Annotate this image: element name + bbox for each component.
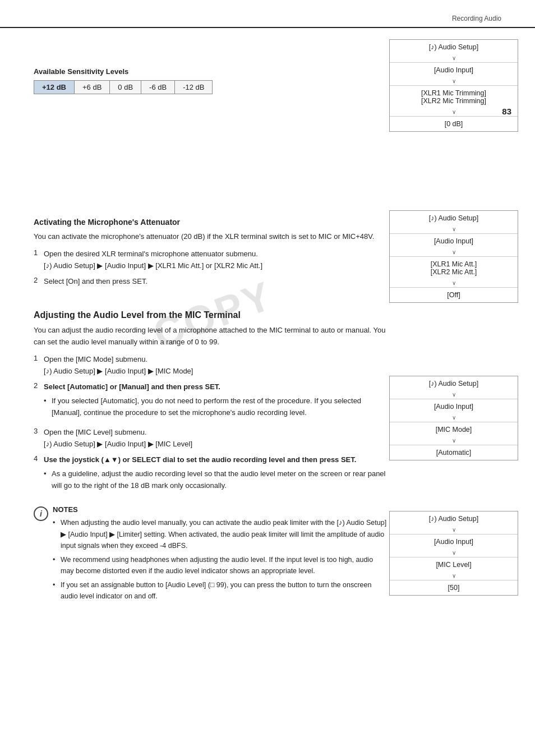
menu-row-3-3: [MIC Mode]	[390, 422, 518, 437]
attenuator-section: Activating the Microphone's Attenuator Y…	[34, 218, 393, 288]
menu-arrow-2-1: ∨	[390, 225, 518, 233]
menu-group-1: [♪) Audio Setup] ∨ [Audio Input] ∨ [XLR1…	[389, 39, 518, 132]
sensitivity-col-3: -6 dB	[141, 81, 175, 94]
note-bullet-1: •	[53, 517, 61, 528]
menu-row-4-2: [Audio Input]	[390, 534, 518, 549]
mic-heading: Adjusting the Audio Level from the MIC T…	[34, 310, 393, 320]
step-num-1: 1	[34, 248, 44, 257]
step-num-2: 2	[34, 276, 44, 284]
attenuator-step-2: 2 Select [On] and then press SET.	[34, 276, 393, 288]
note-text-3: If you set an assignable button to [Audi…	[61, 579, 387, 602]
step-1-submenu: [♪) Audio Setup] ▶ [Audio Input] ▶ [XLR1…	[44, 261, 262, 270]
notes-icon: i	[34, 506, 48, 521]
mic-step-num-3: 3	[34, 427, 44, 435]
page-title: Recording Audio	[452, 15, 501, 22]
mic-step-4-bullet: • As a guideline, adjust the audio recor…	[44, 468, 393, 492]
menu-row-2-3: [XLR1 Mic Att.][XLR2 Mic Att.]	[390, 256, 518, 279]
note-text-1: When adjusting the audio level manually,…	[61, 517, 387, 552]
page-header: Recording Audio	[452, 15, 501, 22]
menu-arrow-2-2: ∨	[390, 248, 518, 256]
main-content: Available Sensitivity Levels +12 dB +6 d…	[34, 34, 393, 605]
mic-step-content-3: Open the [MIC Level] submenu. [♪) Audio …	[44, 427, 393, 450]
note-text-2: We recommend using headphones when adjus…	[61, 554, 387, 577]
mic-step-num-1: 1	[34, 354, 44, 362]
menu-row-1-1: [♪) Audio Setup]	[390, 40, 518, 54]
bullet-symbol: •	[44, 395, 52, 407]
menu-row-4-3: [MIC Level]	[390, 557, 518, 572]
mic-intro: You can adjust the audio recording level…	[34, 325, 393, 348]
right-sidebar: [♪) Audio Setup] ∨ [Audio Input] ∨ [XLR1…	[389, 34, 518, 607]
menu-row-3-2: [Audio Input]	[390, 399, 518, 414]
mic-step-content-4: Use the joystick (▲▼) or SELECT dial to …	[44, 454, 393, 495]
menu-arrow-1-2: ∨	[390, 77, 518, 85]
menu-arrow-3-1: ∨	[390, 391, 518, 399]
note-bullet-3: •	[53, 579, 61, 591]
sensitivity-col-4: -12 dB	[175, 81, 213, 94]
menu-arrow-4-1: ∨	[390, 526, 518, 534]
menu-row-1-4: [0 dB]	[390, 116, 518, 131]
menu-row-3-1: [♪) Audio Setup]	[390, 376, 518, 391]
mic-step-content-2: Select [Automatic] or [Manual] and then …	[44, 381, 393, 422]
bullet-content: If you selected [Automatic], you do not …	[52, 395, 393, 419]
menu-row-2-2: [Audio Input]	[390, 233, 518, 248]
sensitivity-col-2: 0 dB	[110, 81, 141, 94]
mic-terminal-section: Adjusting the Audio Level from the MIC T…	[34, 310, 393, 605]
menu-group-3: [♪) Audio Setup] ∨ [Audio Input] ∨ [MIC …	[389, 376, 518, 460]
mic-step-num-4: 4	[34, 454, 44, 463]
bullet-symbol-4: •	[44, 468, 52, 480]
mic-step-2: 2 Select [Automatic] or [Manual] and the…	[34, 381, 393, 422]
note-1: • When adjusting the audio level manuall…	[53, 517, 387, 552]
menu-box-1: [♪) Audio Setup] ∨ [Audio Input] ∨ [XLR1…	[389, 39, 518, 132]
menu-arrow-3-2: ∨	[390, 414, 518, 422]
menu-row-4-1: [♪) Audio Setup]	[390, 511, 518, 526]
page-container: Recording Audio 83 COPY Available Sensit…	[0, 0, 535, 756]
menu-row-1-2: [Audio Input]	[390, 62, 518, 77]
mic-step-3: 3 Open the [MIC Level] submenu. [♪) Audi…	[34, 427, 393, 450]
menu-row-3-4: [Automatic]	[390, 445, 518, 460]
step-content-1: Open the desired XLR terminal's micropho…	[44, 248, 393, 272]
mic-step-num-2: 2	[34, 381, 44, 390]
attenuator-step-1: 1 Open the desired XLR terminal's microp…	[34, 248, 393, 272]
menu-row-4-4: [50]	[390, 580, 518, 595]
bullet-content-4: As a guideline, adjust the audio recordi…	[52, 468, 393, 492]
note-2: • We recommend using headphones when adj…	[53, 554, 387, 577]
mic-step-content-1: Open the [MIC Mode] submenu. [♪) Audio S…	[44, 354, 393, 377]
menu-group-4: [♪) Audio Setup] ∨ [Audio Input] ∨ [MIC …	[389, 511, 518, 596]
notes-label: NOTES	[53, 505, 387, 514]
note-3: • If you set an assignable button to [Au…	[53, 579, 387, 602]
note-bullet-2: •	[53, 554, 61, 565]
menu-arrow-1-3: ∨	[390, 108, 518, 116]
mic-step-1: 1 Open the [MIC Mode] submenu. [♪) Audio…	[34, 354, 393, 377]
menu-arrow-4-3: ∨	[390, 572, 518, 580]
mic-step-2-bullet: • If you selected [Automatic], you do no…	[44, 395, 393, 419]
sensitivity-section: Available Sensitivity Levels +12 dB +6 d…	[34, 67, 393, 94]
menu-arrow-2-3: ∨	[390, 279, 518, 287]
notes-content: NOTES • When adjusting the audio level m…	[53, 505, 387, 605]
step-content-2: Select [On] and then press SET.	[44, 276, 393, 288]
top-border	[0, 27, 535, 28]
sensitivity-col-1: +6 dB	[75, 81, 110, 94]
menu-box-4: [♪) Audio Setup] ∨ [Audio Input] ∨ [MIC …	[389, 511, 518, 596]
menu-box-3: [♪) Audio Setup] ∨ [Audio Input] ∨ [MIC …	[389, 376, 518, 460]
sensitivity-col-0: +12 dB	[34, 81, 75, 94]
notes-body: • When adjusting the audio level manuall…	[53, 517, 387, 602]
attenuator-heading: Activating the Microphone's Attenuator	[34, 218, 393, 227]
sensitivity-table: +12 dB +6 dB 0 dB -6 dB -12 dB	[34, 80, 213, 94]
menu-box-2: [♪) Audio Setup] ∨ [Audio Input] ∨ [XLR1…	[389, 210, 518, 303]
sensitivity-title: Available Sensitivity Levels	[34, 67, 393, 76]
menu-row-1-3: [XLR1 Mic Trimming][XLR2 Mic Trimming]	[390, 85, 518, 108]
menu-arrow-1-1: ∨	[390, 54, 518, 62]
menu-row-2-4: [Off]	[390, 287, 518, 302]
attenuator-intro: You can activate the microphone's attenu…	[34, 231, 393, 243]
menu-group-2: [♪) Audio Setup] ∨ [Audio Input] ∨ [XLR1…	[389, 210, 518, 303]
mic-step-4: 4 Use the joystick (▲▼) or SELECT dial t…	[34, 454, 393, 495]
notes-container: i NOTES • When adjusting the audio level…	[34, 505, 387, 605]
menu-arrow-3-3: ∨	[390, 437, 518, 445]
menu-row-2-1: [♪) Audio Setup]	[390, 211, 518, 225]
menu-arrow-4-2: ∨	[390, 549, 518, 557]
